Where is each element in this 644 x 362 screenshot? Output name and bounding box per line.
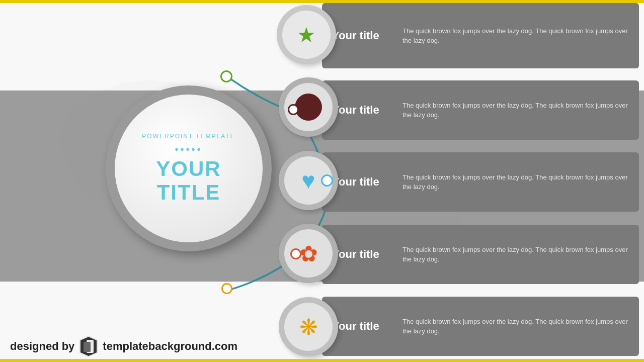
main-circle: POWERPOINT TEMPLATE ••••• YOURTITLE (115, 95, 263, 242)
info-panel-5: Your title The quick brown fox jumps ove… (322, 297, 639, 356)
info-panel-1: Your title The quick brown fox jumps ove… (322, 3, 639, 68)
border-bottom (0, 359, 644, 362)
border-top (0, 0, 644, 3)
footer: designed by templatebackground.com (10, 336, 237, 357)
connector-dot-5 (221, 283, 232, 294)
info-panel-3: Your title The quick brown fox jumps ove… (322, 152, 639, 212)
connector-dot-1 (220, 70, 232, 82)
item-title-1: Your title (332, 29, 392, 42)
item-desc-1: The quick brown fox jumps over the lazy … (403, 26, 629, 46)
footer-url-text: templatebackground.com (103, 340, 237, 353)
connector-dot-4 (290, 248, 301, 259)
circle-label: POWERPOINT TEMPLATE (142, 133, 235, 140)
connector-dot-3 (321, 174, 333, 187)
item-title-4: Your title (332, 248, 392, 261)
circle-dots: ••••• (175, 144, 202, 155)
item-desc-4: The quick brown fox jumps over the lazy … (403, 245, 629, 264)
svg-rect-12 (84, 342, 91, 352)
footer-designed-text: designed by (10, 340, 74, 353)
info-panel-4: Your title The quick brown fox jumps ove… (322, 225, 639, 284)
circle-title: YOURTITLE (156, 157, 221, 204)
item-circle-inner-1: ★ (282, 11, 331, 59)
item-desc-2: The quick brown fox jumps over the lazy … (403, 101, 629, 120)
item-title-2: Your title (332, 104, 392, 117)
item-title-3: Your title (332, 175, 392, 189)
item-desc-5: The quick brown fox jumps over the lazy … (403, 317, 629, 336)
info-panel-2: Your title The quick brown fox jumps ove… (322, 80, 639, 140)
item-circle-inner-5: ❋ (284, 303, 333, 351)
item-desc-3: The quick brown fox jumps over the lazy … (403, 172, 629, 192)
connector-dot-2 (288, 104, 299, 115)
item-title-5: Your title (332, 320, 392, 333)
office-icon (79, 336, 98, 357)
